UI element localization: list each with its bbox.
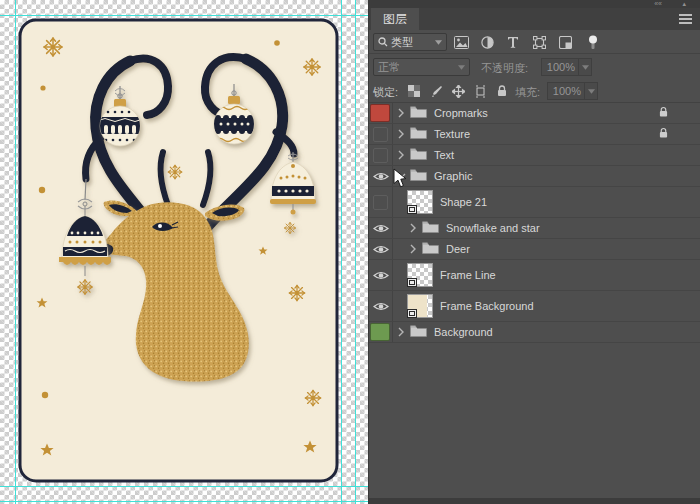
folder-icon — [422, 242, 439, 254]
eye-icon — [373, 244, 389, 255]
layer-thumbnail[interactable] — [407, 263, 433, 287]
shape-filter-icon[interactable] — [529, 33, 549, 51]
lock-icon — [659, 128, 668, 139]
opacity-field[interactable]: 100% — [541, 58, 592, 76]
guide-vertical-left[interactable] — [15, 0, 16, 504]
fill-dropdown-icon[interactable] — [585, 82, 598, 100]
close-panel-icon[interactable]: ▴ — [682, 0, 686, 7]
folder-icon — [422, 221, 439, 233]
layer-row-body: Text — [393, 145, 700, 165]
layer-row-snowflake-and-star[interactable]: Snowflake and star — [369, 218, 700, 239]
layer-name[interactable]: Deer — [446, 243, 470, 255]
chevron-right-icon — [398, 129, 404, 139]
visibility-toggle[interactable] — [369, 322, 393, 342]
filter-type-dropdown[interactable]: 类型 — [373, 33, 447, 51]
expand-toggle[interactable] — [395, 150, 407, 160]
layer-row-deer[interactable]: Deer — [369, 239, 700, 260]
lock-artboard-icon[interactable] — [471, 83, 489, 99]
layer-name[interactable]: Graphic — [434, 170, 473, 182]
layer-name[interactable]: Texture — [434, 128, 470, 140]
blend-mode-dropdown[interactable]: 正常 — [373, 58, 470, 76]
eye-icon — [373, 301, 389, 312]
collapse-panel-icon[interactable]: «« — [654, 0, 662, 7]
folder-icon-wrap — [410, 169, 427, 183]
opacity-value[interactable]: 100% — [541, 58, 579, 76]
smart-object-filter-icon[interactable] — [555, 33, 575, 51]
visibility-toggle[interactable] — [369, 124, 393, 144]
layer-row-body: Background — [393, 322, 700, 342]
fill-label: 填充: — [515, 85, 540, 100]
layer-name[interactable]: Text — [434, 149, 454, 161]
visibility-toggle[interactable] — [369, 260, 393, 290]
fill-field[interactable]: 100% — [547, 82, 598, 100]
layer-row-body: Frame Background — [393, 291, 700, 321]
layer-name[interactable]: Frame Background — [440, 300, 534, 312]
guide-vertical-right2[interactable] — [355, 0, 356, 504]
visibility-toggle[interactable] — [369, 239, 393, 259]
chevron-right-icon — [398, 327, 404, 337]
layer-row-texture[interactable]: Texture — [369, 124, 700, 145]
layer-row-frame-line[interactable]: Frame Line — [369, 260, 700, 291]
visibility-toggle[interactable] — [369, 187, 393, 217]
layer-row-shape-21[interactable]: Shape 21 — [369, 187, 700, 218]
layer-row-body: Graphic — [393, 166, 700, 186]
layer-name[interactable]: Frame Line — [440, 269, 496, 281]
layer-row-body: Shape 21 — [393, 187, 700, 217]
expand-toggle[interactable] — [395, 108, 407, 118]
opacity-dropdown-icon[interactable] — [579, 58, 592, 76]
guide-vertical-right1[interactable] — [341, 0, 342, 504]
layer-name[interactable]: Cropmarks — [434, 107, 488, 119]
expand-toggle[interactable] — [407, 223, 419, 233]
expand-toggle[interactable] — [395, 129, 407, 139]
visibility-toggle[interactable] — [369, 166, 393, 186]
lock-icon — [659, 107, 668, 118]
layers-panel: «« ▴ 图层 类型 — [368, 0, 700, 504]
layer-row-frame-background[interactable]: Frame Background — [369, 291, 700, 322]
layer-color-label-green — [370, 323, 390, 341]
layer-row-body: Texture — [393, 124, 700, 144]
layer-row-text[interactable]: Text — [369, 145, 700, 166]
chevron-right-icon — [410, 244, 416, 254]
layer-name[interactable]: Snowflake and star — [446, 222, 540, 234]
layer-row-background[interactable]: Background — [369, 322, 700, 343]
layer-name[interactable]: Shape 21 — [440, 196, 487, 208]
layer-thumbnail[interactable] — [407, 190, 433, 214]
guide-horizontal-bottom2[interactable] — [0, 501, 368, 502]
layer-name[interactable]: Background — [434, 326, 493, 338]
tab-layers[interactable]: 图层 — [371, 8, 419, 30]
pixel-layer-filter-icon[interactable] — [451, 33, 471, 51]
folder-icon-wrap — [410, 325, 427, 339]
lock-position-icon[interactable] — [449, 83, 467, 99]
visibility-empty-box — [373, 148, 388, 163]
panel-menu-icon[interactable] — [679, 14, 692, 24]
artwork-deer-card — [0, 0, 368, 504]
layer-row-body: Deer — [393, 239, 700, 259]
visibility-toggle[interactable] — [369, 218, 393, 238]
folder-icon-wrap — [422, 221, 439, 235]
panel-bottom-strip — [369, 498, 700, 504]
folder-icon-wrap — [410, 148, 427, 162]
expand-toggle[interactable] — [407, 244, 419, 254]
layer-row-graphic[interactable]: Graphic — [369, 166, 700, 187]
lock-all-icon[interactable] — [493, 83, 511, 99]
folder-icon-wrap — [410, 127, 427, 141]
visibility-toggle[interactable] — [369, 103, 393, 123]
mouse-cursor — [393, 168, 407, 188]
expand-toggle[interactable] — [395, 327, 407, 337]
filter-type-label: 类型 — [391, 35, 413, 50]
chevron-right-icon — [410, 223, 416, 233]
canvas-area[interactable] — [0, 0, 368, 504]
type-filter-icon[interactable] — [503, 33, 523, 51]
lock-pixels-icon[interactable] — [427, 83, 445, 99]
filter-toggle-icon[interactable] — [583, 33, 603, 51]
visibility-toggle[interactable] — [369, 145, 393, 165]
adjustment-filter-icon[interactable] — [477, 33, 497, 51]
layer-row-cropmarks[interactable]: Cropmarks — [369, 103, 700, 124]
guide-horizontal-top[interactable] — [0, 15, 368, 16]
guide-horizontal-bottom1[interactable] — [0, 486, 368, 487]
fill-value[interactable]: 100% — [547, 82, 585, 100]
visibility-toggle[interactable] — [369, 291, 393, 321]
lock-transparency-icon[interactable] — [405, 83, 423, 99]
vector-mask-badge — [407, 205, 417, 214]
layer-thumbnail[interactable] — [407, 294, 433, 318]
